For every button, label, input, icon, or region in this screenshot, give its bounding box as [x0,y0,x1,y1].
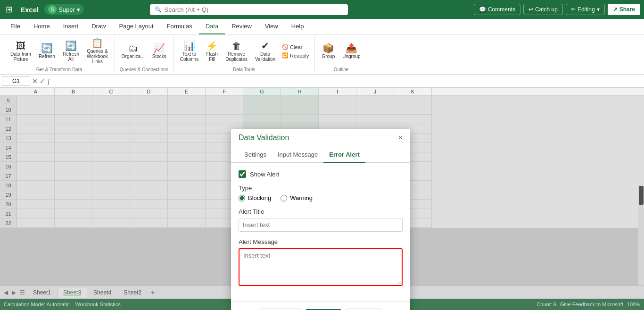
flash-fill-button[interactable]: ⚡ FlashFill [203,39,221,64]
catch-up-button[interactable]: ↩ Catch up [523,4,563,15]
col-header-a: A [17,88,55,95]
show-alert-row: Show Alert [239,170,403,178]
type-label: Type [239,184,403,192]
confirm-formula-icon[interactable]: ✓ [40,77,45,85]
radio-blocking-input[interactable] [239,195,245,201]
catch-up-icon: ↩ [528,6,533,13]
refresh-all-icon: 🔄 [65,41,77,50]
editing-button[interactable]: ✏ Editing ▾ [566,4,605,15]
col-header-d: D [130,88,168,95]
tab-view[interactable]: View [258,19,285,34]
clear-icon: 🚫 [282,44,289,50]
dialog-title: Data Validation [239,134,289,142]
group-icon: 📦 [322,43,334,53]
col-header-k: K [394,88,432,95]
edit-icon: ✏ [571,6,576,13]
alert-message-label: Alert Message [239,238,403,245]
reapply-button[interactable]: 🔁 Reapply [280,51,311,59]
col-header-f: F [206,88,243,95]
comment-icon: 💬 [479,6,486,13]
search-input[interactable] [165,6,343,13]
user-name: Super [58,6,75,13]
user-avatar: S [48,5,57,14]
radio-warning-input[interactable] [281,195,287,201]
clear-button[interactable]: 🚫 Clear [280,43,311,51]
share-icon: ↗ [613,6,618,13]
text-to-columns-icon: 📊 [183,41,195,50]
tab-review[interactable]: Review [225,19,258,34]
ribbon-group-items: 🖼 Data fromPicture 🔄 Refresh 🔄 RefreshAl… [8,36,111,66]
organize-icon: 🗂 [128,43,138,53]
col-header-c: C [92,88,130,95]
dialog-close-button[interactable]: × [398,134,403,142]
alert-title-section: Alert Title [239,208,403,232]
ribbon-group-queries: 🗂 Organiza... 📈 Stocks Queries & Connect… [115,36,173,72]
search-bar[interactable]: 🔍 [150,4,348,15]
tab-settings[interactable]: Settings [239,147,272,163]
ribbon-tabs: File Home Insert Draw Page Layout Formul… [0,19,644,34]
insert-function-icon[interactable]: ƒ [47,77,51,85]
remove-duplicates-icon: 🗑 [232,41,241,50]
tab-data[interactable]: Data [199,19,225,34]
data-validation-button[interactable]: ✔ DataValidation [252,39,278,64]
user-profile[interactable]: S Super ▾ [44,4,84,15]
col-header-j: J [356,88,394,95]
tab-file[interactable]: File [4,19,27,34]
alert-message-section: Alert Message [239,238,403,287]
tab-error-alert[interactable]: Error Alert [323,147,365,163]
tab-page-layout[interactable]: Page Layout [113,19,160,34]
organize-button[interactable]: 🗂 Organiza... [119,42,148,61]
data-from-picture-button[interactable]: 🖼 Data fromPicture [8,39,34,64]
share-button[interactable]: ↗ Share [608,4,640,15]
ribbon-group-items: 📦 Group 📤 Ungroup [319,36,363,66]
ribbon-group-items: 🗂 Organiza... 📈 Stocks [119,36,169,66]
tab-help[interactable]: Help [285,19,311,34]
refresh-all-button[interactable]: 🔄 RefreshAll [60,39,82,64]
grid-icon[interactable]: ⊞ [4,2,15,17]
text-to-columns-button[interactable]: 📊 Text toColumns [177,39,201,64]
tab-input-message[interactable]: Input Message [272,147,323,163]
type-section: Type Blocking Warning [239,184,403,201]
refresh-button[interactable]: 🔄 Refresh [36,42,58,61]
alert-title-input[interactable] [239,218,403,232]
data-validation-dialog: Data Validation × Settings Input Message… [231,129,410,310]
cancel-formula-icon[interactable]: ✕ [32,77,38,85]
col-header-e: E [168,88,206,95]
ungroup-button[interactable]: 📤 Ungroup [339,42,363,61]
queries-icon: 📋 [91,38,103,48]
formula-input[interactable] [53,77,642,85]
radio-warning[interactable]: Warning [281,194,313,201]
dialog-body: Show Alert Type Blocking Warning [231,163,410,302]
remove-duplicates-button[interactable]: 🗑 RemoveDuplicates [223,39,250,64]
refresh-icon: 🔄 [41,43,53,53]
ribbon-group-transform: 🖼 Data fromPicture 🔄 Refresh 🔄 RefreshAl… [4,36,115,72]
alert-message-textarea[interactable] [239,248,403,286]
search-icon: 🔍 [155,6,162,13]
chevron-down-icon: ▾ [597,6,600,13]
ribbon-group-outline: 📦 Group 📤 Ungroup Outline [315,36,367,72]
ribbon-group-data-tools: 📊 Text toColumns ⚡ FlashFill 🗑 RemoveDup… [173,36,315,72]
tab-formulas[interactable]: Formulas [160,19,199,34]
picture-icon: 🖼 [16,41,25,50]
comments-button[interactable]: 💬 Comments [474,4,520,15]
ribbon-group-label: Get & Transform Data [8,66,111,72]
tab-home[interactable]: Home [27,19,57,34]
dialog-header: Data Validation × [231,129,410,147]
cell-reference-input[interactable] [2,76,30,86]
dialog-tabs: Settings Input Message Error Alert [231,147,410,163]
show-alert-checkbox[interactable] [239,170,246,178]
title-bar-actions: 💬 Comments ↩ Catch up ✏ Editing ▾ ↗ Shar… [474,4,640,15]
data-validation-icon: ✔ [261,41,269,50]
ribbon-group-label: Outline [319,66,363,72]
stocks-button[interactable]: 📈 Stocks [149,42,169,61]
app-name: Excel [20,6,39,14]
ribbon-group-items: 📊 Text toColumns ⚡ FlashFill 🗑 RemoveDup… [177,36,311,66]
chevron-down-icon: ▾ [77,6,80,13]
main-area: 9 10 11 12 13 14 15 16 17 18 19 20 21 22 [0,96,644,310]
radio-blocking[interactable]: Blocking [239,194,271,201]
tab-draw[interactable]: Draw [85,19,112,34]
group-button[interactable]: 📦 Group [319,42,338,61]
tab-insert[interactable]: Insert [57,19,85,34]
queries-workbook-links-button[interactable]: 📋 Queries &WorkbookLinks [84,36,111,66]
col-header-g: G [243,88,281,95]
